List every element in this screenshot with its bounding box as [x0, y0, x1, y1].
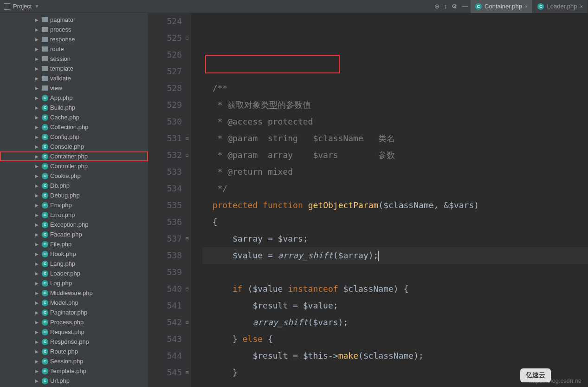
tree-item-response[interactable]: ▶response — [0, 34, 148, 44]
tab-loader-php[interactable]: C Loader.php × — [533, 0, 588, 13]
tree-item-validate[interactable]: ▶validate — [0, 73, 148, 83]
code-line[interactable]: $result = $this->make($className); — [202, 348, 588, 364]
expand-arrow-icon[interactable]: ▶ — [35, 105, 40, 110]
expand-arrow-icon[interactable]: ▶ — [35, 349, 40, 354]
tree-item-app-php[interactable]: ▶CApp.php — [0, 93, 148, 103]
code-line[interactable]: * 获取对象类型的参数值 — [202, 97, 588, 113]
tree-item-route-php[interactable]: ▶CRoute.php — [0, 347, 148, 356]
expand-arrow-icon[interactable]: ▶ — [35, 340, 40, 344]
code-line[interactable]: */ — [202, 180, 588, 197]
tree-item-collection-php[interactable]: ▶CCollection.php — [0, 122, 148, 132]
tree-item-response-php[interactable]: ▶CResponse.php — [0, 337, 148, 347]
code-line[interactable]: $result = $value; — [202, 297, 588, 314]
tab-container-php[interactable]: C Container.php × — [471, 0, 533, 13]
expand-arrow-icon[interactable]: ▶ — [35, 66, 40, 71]
expand-arrow-icon[interactable]: ▶ — [35, 193, 40, 198]
code-line[interactable] — [202, 264, 588, 281]
tree-item-view[interactable]: ▶view — [0, 83, 148, 93]
minimize-icon[interactable]: — — [462, 3, 468, 10]
expand-arrow-icon[interactable]: ▶ — [35, 27, 40, 32]
tree-item-db-php[interactable]: ▶CDb.php — [0, 181, 148, 190]
code-line[interactable]: if ($value instanceof $className) { — [202, 281, 588, 297]
fold-icon[interactable]: ⊟ — [184, 130, 190, 147]
expand-arrow-icon[interactable]: ▶ — [35, 320, 40, 325]
tree-item-middleware-php[interactable]: ▶CMiddleware.php — [0, 288, 148, 298]
expand-arrow-icon[interactable]: ▶ — [35, 174, 40, 178]
expand-arrow-icon[interactable]: ▶ — [35, 184, 40, 188]
expand-arrow-icon[interactable]: ▶ — [35, 86, 40, 91]
expand-arrow-icon[interactable]: ▶ — [35, 76, 40, 81]
tree-item-controller-php[interactable]: ▶CController.php — [0, 161, 148, 171]
tree-item-config-php[interactable]: ▶CConfig.php — [0, 132, 148, 142]
expand-arrow-icon[interactable]: ▶ — [35, 223, 40, 227]
tree-item-url-php[interactable]: ▶CUrl.php — [0, 376, 148, 386]
code-line[interactable]: { — [202, 214, 588, 230]
fold-icon[interactable]: ⊟ — [184, 281, 190, 297]
target-icon[interactable]: ⊕ — [434, 3, 439, 10]
tree-item-session-php[interactable]: ▶CSession.php — [0, 356, 148, 366]
code-line[interactable]: * @param string $className 类名 — [202, 130, 588, 147]
code-line[interactable]: $value = array_shift($array); — [202, 247, 588, 264]
tree-item-facade-php[interactable]: ▶CFacade.php — [0, 230, 148, 239]
code-line[interactable]: } else { — [202, 331, 588, 348]
expand-arrow-icon[interactable]: ▶ — [35, 271, 40, 276]
fold-icon[interactable]: ⊟ — [184, 147, 190, 164]
tree-item-paginator-php[interactable]: ▶CPaginator.php — [0, 308, 148, 317]
tree-item-route[interactable]: ▶route — [0, 44, 148, 54]
code-line[interactable]: $array = $vars; — [202, 230, 588, 247]
expand-arrow-icon[interactable]: ▶ — [35, 203, 40, 208]
expand-arrow-icon[interactable]: ▶ — [35, 37, 40, 42]
code-line[interactable]: /** — [202, 80, 588, 97]
gear-icon[interactable]: ⚙ — [452, 3, 457, 10]
expand-arrow-icon[interactable]: ▶ — [35, 144, 40, 149]
expand-arrow-icon[interactable]: ▶ — [35, 379, 40, 383]
project-selector[interactable]: Project ▼ — [0, 3, 149, 10]
expand-arrow-icon[interactable]: ▶ — [35, 330, 40, 335]
code-editor[interactable]: 524⊟525526527528529530⊟531⊟5325335345355… — [149, 13, 588, 387]
fold-icon[interactable]: ⊟ — [184, 30, 190, 46]
project-tree[interactable]: ▶paginator▶process▶response▶route▶sessio… — [0, 13, 149, 387]
tree-item-template-php[interactable]: ▶CTemplate.php — [0, 366, 148, 376]
tree-item-model-php[interactable]: ▶CModel.php — [0, 298, 148, 308]
expand-arrow-icon[interactable]: ▶ — [35, 125, 40, 130]
tree-item-cookie-php[interactable]: ▶CCookie.php — [0, 171, 148, 181]
expand-arrow-icon[interactable]: ▶ — [35, 252, 40, 256]
expand-arrow-icon[interactable]: ▶ — [35, 369, 40, 374]
tree-item-log-php[interactable]: ▶CLog.php — [0, 278, 148, 288]
expand-arrow-icon[interactable]: ▶ — [35, 291, 40, 295]
expand-arrow-icon[interactable]: ▶ — [35, 310, 40, 315]
expand-arrow-icon[interactable]: ▶ — [35, 96, 40, 100]
code-line[interactable]: * @param array $vars 参数 — [202, 147, 588, 164]
tree-item-template[interactable]: ▶template — [0, 64, 148, 73]
expand-arrow-icon[interactable]: ▶ — [35, 232, 40, 237]
tree-item-session[interactable]: ▶session — [0, 54, 148, 64]
fold-icon[interactable]: ⊟ — [184, 230, 190, 247]
expand-arrow-icon[interactable]: ▶ — [35, 154, 40, 159]
tree-item-paginator[interactable]: ▶paginator — [0, 15, 148, 25]
close-icon[interactable]: × — [525, 4, 528, 9]
code-line[interactable]: * @return mixed — [202, 164, 588, 180]
expand-arrow-icon[interactable]: ▶ — [35, 47, 40, 52]
tree-item-exception-php[interactable]: ▶CException.php — [0, 220, 148, 230]
expand-arrow-icon[interactable]: ▶ — [35, 213, 40, 217]
tree-item-loader-php[interactable]: ▶CLoader.php — [0, 269, 148, 278]
code-line[interactable]: array_shift($vars); — [202, 314, 588, 331]
tree-item-lang-php[interactable]: ▶CLang.php — [0, 259, 148, 269]
tree-item-process-php[interactable]: ▶CProcess.php — [0, 317, 148, 327]
fold-icon[interactable]: ⊟ — [184, 314, 190, 331]
expand-arrow-icon[interactable]: ▶ — [35, 301, 40, 305]
tree-item-build-php[interactable]: ▶CBuild.php — [0, 103, 148, 112]
code-area[interactable]: /** * 获取对象类型的参数值 * @access protected * @… — [191, 13, 588, 387]
expand-arrow-icon[interactable]: ▶ — [35, 18, 40, 22]
expand-arrow-icon[interactable]: ▶ — [35, 115, 40, 120]
fold-icon[interactable]: ⊟ — [184, 364, 190, 381]
expand-arrow-icon[interactable]: ▶ — [35, 164, 40, 169]
tree-item-debug-php[interactable]: ▶CDebug.php — [0, 190, 148, 200]
expand-arrow-icon[interactable]: ▶ — [35, 281, 40, 286]
tree-item-request-php[interactable]: ▶CRequest.php — [0, 327, 148, 337]
tree-item-process[interactable]: ▶process — [0, 25, 148, 34]
code-line[interactable]: * @access protected — [202, 113, 588, 130]
tree-item-console-php[interactable]: ▶CConsole.php — [0, 142, 148, 151]
expand-arrow-icon[interactable]: ▶ — [35, 242, 40, 247]
collapse-icon[interactable]: ↕ — [444, 3, 447, 10]
